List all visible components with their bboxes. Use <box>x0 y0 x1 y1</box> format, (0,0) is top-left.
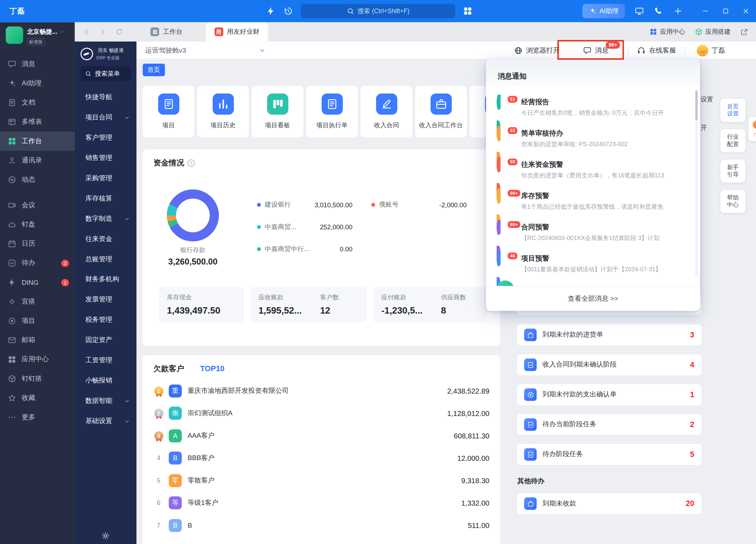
notification-item-0[interactable]: 51经营报告今日产生销售共0笔，销售金额为: 0万元；其中今日开 <box>486 92 700 123</box>
minimize-button[interactable] <box>695 0 715 22</box>
fullscreen-icon[interactable] <box>744 65 752 74</box>
sidebar-item-12[interactable]: 宜搭 <box>0 292 75 311</box>
debtor-row-6[interactable]: 7BB511.00 <box>153 514 490 537</box>
sidebar-item-5[interactable]: 通讯录 <box>0 151 75 170</box>
debtor-row-0[interactable]: 1重重庆市渝地西部开发投资有限公司2,438,522.89 <box>153 380 490 402</box>
todo-card[interactable]: 到期未付款的进货单3 <box>517 324 702 346</box>
side-widget-0[interactable]: 首页设置 <box>720 99 745 122</box>
view-all-messages-link[interactable]: 查看全部消息 >> <box>486 286 700 311</box>
side-widget-2[interactable]: 新手引导 <box>720 160 745 183</box>
sidebar-item-2[interactable]: 文档 <box>0 93 75 112</box>
sidebar-item-13[interactable]: 项目 <box>0 311 75 331</box>
messages-button[interactable]: 消息 99+ <box>583 46 609 54</box>
forward-icon[interactable] <box>99 28 107 36</box>
app-menu-item-11[interactable]: 税务管理 <box>75 310 136 330</box>
gear-icon[interactable] <box>101 532 110 540</box>
sidebar-item-16[interactable]: 钉钉搭 <box>0 369 75 388</box>
app-menu-item-15[interactable]: 数据智能 <box>75 391 136 411</box>
sidebar-item-1[interactable]: AI助理 <box>0 74 75 93</box>
open-external-icon[interactable] <box>740 28 748 36</box>
refresh-icon[interactable] <box>115 28 123 36</box>
menu-search-input[interactable]: 搜索菜单 <box>80 66 131 81</box>
sidebar-item-14[interactable]: 邮箱 <box>0 331 75 350</box>
notification-item-5[interactable]: 46项目预警【0011夏装基本款促销活动】计划于【2024-07-31】 <box>486 248 700 279</box>
shortcut-4[interactable]: 收入合同 <box>361 86 412 137</box>
sidebar-item-18[interactable]: 更多 <box>0 408 75 427</box>
debtor-row-2[interactable]: 3AAAA客户608,811.30 <box>153 425 490 447</box>
app-menu-item-1[interactable]: 项目合同 <box>75 107 136 128</box>
debtor-row-1[interactable]: 2崇崇幻测试组织A1,128,012.00 <box>153 402 490 425</box>
open-in-browser-button[interactable]: 浏览器打开 <box>514 46 560 54</box>
app-menu-item-0[interactable]: 快捷导航 <box>75 87 136 107</box>
shortcut-1[interactable]: 项目历史 <box>197 86 249 137</box>
app-build-link[interactable]: 应用搭建 <box>695 27 730 36</box>
maximize-button[interactable] <box>715 0 736 22</box>
sidebar-item-15[interactable]: 应用中心 <box>0 350 75 369</box>
todo-card[interactable]: 待办当前阶段任务2 <box>517 414 702 436</box>
debtor-row-4[interactable]: 5零零散客户9,318.30 <box>153 469 490 492</box>
sidebar-item-11[interactable]: DING1 <box>0 273 75 292</box>
todo-card[interactable]: 到期未收款20 <box>517 492 702 514</box>
tab-navigation <box>83 28 123 36</box>
debtor-row-5[interactable]: 6等等级1客户1,332.00 <box>153 492 490 514</box>
app-menu-item-14[interactable]: 小畅报销 <box>75 370 136 391</box>
user-menu[interactable]: 丁磊 <box>697 44 725 56</box>
shortcut-5[interactable]: 收入合同工作台 <box>415 86 467 137</box>
assistant-widget[interactable]: 小 <box>748 117 756 141</box>
app-menu-item-6[interactable]: 数字制造 <box>75 209 136 229</box>
sidebar-item-10[interactable]: 待办2 <box>0 254 75 273</box>
tab-1[interactable]: 用用友好业财 <box>206 22 268 41</box>
sidebar-item-9[interactable]: 日历 <box>0 234 75 254</box>
quick-launch-icon[interactable] <box>266 6 276 16</box>
sidebar-item-7[interactable]: 会议 <box>0 196 75 215</box>
home-tab[interactable]: 首页 <box>143 64 165 76</box>
app-menu-item-3[interactable]: 销售管理 <box>75 148 136 168</box>
shortcut-2[interactable]: 项目看板 <box>252 86 303 137</box>
sidebar-item-17[interactable]: 收藏 <box>0 388 75 407</box>
ai-assistant-button[interactable]: AI助理 <box>583 4 625 18</box>
app-switcher-icon[interactable] <box>463 6 472 16</box>
notification-item-1[interactable]: 22简单审核待办您有新的进货单审核: PS-20240723-002 <box>486 123 700 154</box>
notification-item-2[interactable]: 50往来资金预警你负责的进货单（费用支出单），有16笔最长超期113 <box>486 154 700 186</box>
shortcut-3[interactable]: 项目执行单 <box>306 86 358 137</box>
help-icon[interactable]: ? <box>187 160 195 167</box>
app-menu-item-13[interactable]: 工资管理 <box>75 350 136 370</box>
add-icon[interactable] <box>673 6 683 16</box>
global-search-input[interactable]: 搜索 (Ctrl+Shift+F) <box>301 4 455 18</box>
side-widget-1[interactable]: 行业配置 <box>720 129 745 152</box>
todo-card[interactable]: 到期未付款的支出确认单1 <box>517 384 702 406</box>
close-button[interactable] <box>736 0 756 22</box>
todo-card[interactable]: 收入合同到期未确认阶段4 <box>517 354 702 376</box>
screenshare-icon[interactable] <box>635 6 644 16</box>
app-menu-item-2[interactable]: 客户管理 <box>75 128 136 148</box>
back-icon[interactable] <box>83 28 91 36</box>
sidebar-item-3[interactable]: 多维表 <box>0 112 75 132</box>
debtors-top10-link[interactable]: TOP10 <box>200 364 224 373</box>
app-menu-item-9[interactable]: 财务多机构 <box>75 270 136 290</box>
sidebar-item-4[interactable]: 工作台 <box>0 132 75 151</box>
sidebar-item-6[interactable]: 动态 <box>0 170 75 189</box>
app-menu-item-7[interactable]: 往来资金 <box>75 229 136 249</box>
shortcut-0[interactable]: 项目 <box>143 86 194 137</box>
notification-item-4[interactable]: 99+合同预警【RC-20240603-001XX会展服务1结算阶段 3】计划 <box>486 217 700 248</box>
app-menu-item-12[interactable]: 固定资产 <box>75 330 136 350</box>
tab-0[interactable]: 工作台 <box>142 22 191 41</box>
homepage-template-select[interactable]: 运营驾驶舱v3 <box>145 42 266 59</box>
debtor-row-3[interactable]: 4BBBB客户12,000.00 <box>153 447 490 469</box>
app-center-link[interactable]: 应用中心 <box>650 27 685 36</box>
app-menu-item-10[interactable]: 发票管理 <box>75 290 136 310</box>
scrollbar-thumb[interactable] <box>695 91 698 121</box>
app-menu-item-16[interactable]: 基础设置 <box>75 411 136 431</box>
sidebar-item-8[interactable]: 钉盘 <box>0 215 75 234</box>
online-service-button[interactable]: 在线客服 <box>637 46 676 54</box>
app-menu-item-4[interactable]: 采购管理 <box>75 168 136 188</box>
app-menu-item-8[interactable]: 总账管理 <box>75 249 136 270</box>
notification-item-3[interactable]: 99+库存预警有1个商品已经低于最低库存预警线，请及时补货避免 <box>486 186 700 217</box>
org-switcher[interactable]: 北京畅捷... 标准版 <box>0 22 75 47</box>
sidebar-item-0[interactable]: 消息 <box>0 54 75 74</box>
side-widget-3[interactable]: 帮助中心 <box>720 190 745 213</box>
app-menu-item-5[interactable]: 库存核算 <box>75 188 136 209</box>
todo-card[interactable]: 待办阶段任务5 <box>517 443 702 465</box>
phone-icon[interactable] <box>654 6 664 16</box>
history-icon[interactable] <box>284 6 293 16</box>
